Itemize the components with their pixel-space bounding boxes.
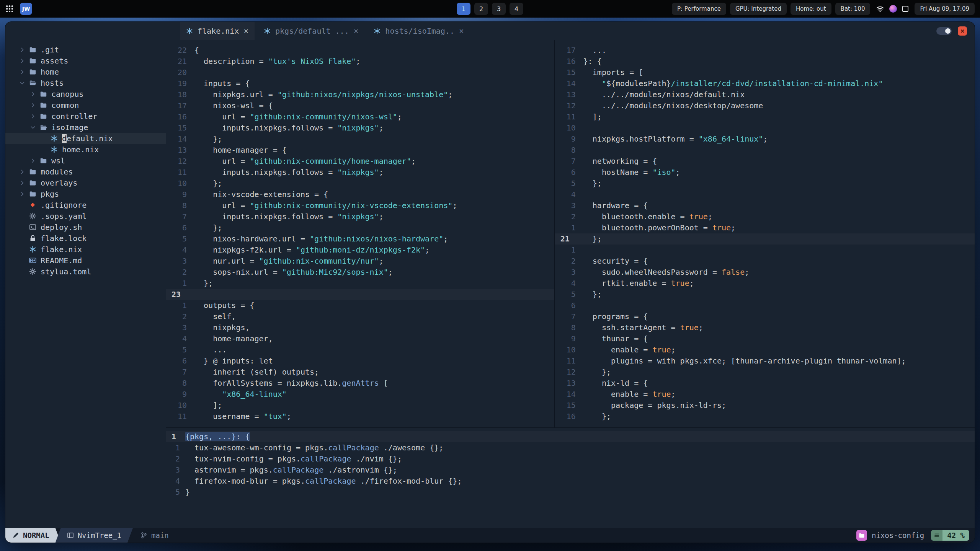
- code-line[interactable]: 8 forAllSystems = nixpkgs.lib.genAttrs [: [166, 378, 554, 389]
- window-outline-icon[interactable]: [902, 6, 908, 12]
- tree-item-overlays[interactable]: overlays: [5, 177, 166, 188]
- tab-close-icon[interactable]: ×: [243, 26, 248, 36]
- code-line[interactable]: 16 url = "github:nix-community/nixos-wsl…: [166, 111, 554, 122]
- chevron-down-icon[interactable]: [19, 80, 29, 86]
- titlebar-toggle[interactable]: [936, 27, 952, 35]
- code-line[interactable]: 8 url = "github:nix-community/nix-vscode…: [166, 200, 554, 211]
- code-line[interactable]: 15 package = pkgs.nix-ld-rs;: [555, 400, 975, 411]
- code-line[interactable]: 14 };: [166, 134, 554, 145]
- tree-item--gitignore[interactable]: .gitignore: [5, 199, 166, 210]
- editor-pkgs-default-nix[interactable]: 1{pkgs, ...}: {1 tux-awesome-wm-config =…: [166, 427, 975, 528]
- app-launcher-icon[interactable]: [5, 5, 14, 13]
- code-line[interactable]: 5 };: [555, 178, 975, 189]
- code-line[interactable]: 11 ];: [555, 111, 975, 122]
- code-line[interactable]: 12 };: [555, 367, 975, 378]
- code-line[interactable]: 8 ssh.startAgent = true;: [555, 322, 975, 333]
- code-line[interactable]: 9 "x86_64-linux": [166, 389, 554, 400]
- tree-item--git[interactable]: .git: [5, 44, 166, 55]
- tree-item--sops-yaml[interactable]: .sops.yaml: [5, 210, 166, 222]
- code-line[interactable]: 5 ...: [166, 344, 554, 355]
- chevron-right-icon[interactable]: [19, 47, 29, 53]
- code-line[interactable]: 2 tux-nvim-config = pkgs.callPackage ./n…: [166, 453, 975, 465]
- tree-item-common[interactable]: common: [5, 99, 166, 111]
- code-line[interactable]: 2 bluetooth.enable = true;: [555, 211, 975, 222]
- code-line[interactable]: 7 programs = {: [555, 311, 975, 322]
- code-line[interactable]: 2 sops-nix.url = "github:Mic92/sops-nix"…: [166, 267, 554, 278]
- chevron-right-icon[interactable]: [30, 113, 40, 119]
- code-line[interactable]: 1: [555, 245, 975, 256]
- code-line[interactable]: 1 tux-awesome-wm-config = pkgs.callPacka…: [166, 442, 975, 453]
- tree-item-canopus[interactable]: canopus: [5, 88, 166, 99]
- tab-hosts-isoimag-[interactable]: hosts/isoImag..×: [368, 22, 470, 40]
- code-line[interactable]: 3 nur.url = "github:nix-community/nur";: [166, 256, 554, 267]
- code-line[interactable]: 19 inputs = {: [166, 78, 554, 89]
- code-line[interactable]: 5 nixos-hardware.url = "github:nixos/nix…: [166, 233, 554, 245]
- chevron-right-icon[interactable]: [19, 58, 29, 64]
- tab-pkgs-default-[interactable]: pkgs/default ...×: [258, 22, 364, 40]
- launcher-logo[interactable]: JW: [20, 3, 32, 15]
- code-line[interactable]: 16 };: [555, 411, 975, 422]
- code-line[interactable]: 1 outputs = {: [166, 300, 554, 311]
- code-line[interactable]: 5}: [166, 487, 975, 498]
- chevron-right-icon[interactable]: [30, 102, 40, 108]
- code-line[interactable]: 18 nixpkgs.url = "github:nixos/nixpkgs/n…: [166, 89, 554, 100]
- workspace-button-1[interactable]: 1: [457, 3, 470, 15]
- code-line[interactable]: 7 networking = {: [555, 156, 975, 167]
- code-line[interactable]: 3 hardware = {: [555, 200, 975, 211]
- chevron-right-icon[interactable]: [30, 158, 40, 164]
- code-line[interactable]: 4 nixpkgs-f2k.url = "github:moni-dz/nixp…: [166, 245, 554, 256]
- window-close-button[interactable]: ×: [958, 26, 967, 36]
- code-line[interactable]: 7 inputs.nixpkgs.follows = "nixpkgs";: [166, 211, 554, 222]
- code-line[interactable]: 20: [166, 67, 554, 78]
- code-line[interactable]: 4 home-manager,: [166, 333, 554, 344]
- code-line[interactable]: 3 astronvim = pkgs.callPackage ./astronv…: [166, 465, 975, 476]
- code-line[interactable]: 6 hostName = "iso";: [555, 167, 975, 178]
- tree-item-deploy-sh[interactable]: deploy.sh: [5, 222, 166, 233]
- color-badge-icon[interactable]: [889, 5, 897, 13]
- code-line[interactable]: 10: [555, 122, 975, 134]
- code-line[interactable]: 3 sudo.wheelNeedsPassword = false;: [555, 267, 975, 278]
- tree-item-hosts[interactable]: hosts: [5, 77, 166, 88]
- tree-item-home-nix[interactable]: home.nix: [5, 144, 166, 155]
- code-line[interactable]: 9 thunar = {: [555, 333, 975, 344]
- code-line[interactable]: 2 security = {: [555, 256, 975, 267]
- tree-item-assets[interactable]: assets: [5, 55, 166, 66]
- workspace-button-2[interactable]: 2: [474, 3, 488, 15]
- code-line[interactable]: 14 "${modulesPath}/installer/cd-dvd/inst…: [555, 78, 975, 89]
- tree-item-isoimage[interactable]: isoImage: [5, 122, 166, 133]
- tree-item-stylua-toml[interactable]: stylua.toml: [5, 266, 166, 277]
- code-line[interactable]: 14 enable = true;: [555, 389, 975, 400]
- code-line[interactable]: 15 imports = [: [555, 67, 975, 78]
- code-line[interactable]: 21 };: [555, 233, 975, 245]
- tree-item-flake-nix[interactable]: flake.nix: [5, 244, 166, 255]
- tab-close-icon[interactable]: ×: [354, 26, 359, 36]
- code-line[interactable]: 22{: [166, 45, 554, 56]
- code-line[interactable]: 10 enable = true;: [555, 344, 975, 355]
- chevron-right-icon[interactable]: [19, 180, 29, 186]
- code-line[interactable]: 12 url = "github:nix-community/home-mana…: [166, 156, 554, 167]
- code-line[interactable]: 3 nixpkgs,: [166, 322, 554, 333]
- code-line[interactable]: 4 rtkit.enable = true;: [555, 278, 975, 289]
- code-line[interactable]: 11 username = "tux";: [166, 411, 554, 422]
- code-line[interactable]: 9 nixpkgs.hostPlatform = "x86_64-linux";: [555, 134, 975, 145]
- code-line[interactable]: 12 ../../modules/nixos/desktop/awesome: [555, 100, 975, 111]
- code-line[interactable]: 13 nix-ld = {: [555, 378, 975, 389]
- code-line[interactable]: 16}: {: [555, 56, 975, 67]
- chevron-down-icon[interactable]: [30, 124, 40, 130]
- chevron-right-icon[interactable]: [19, 169, 29, 175]
- code-line[interactable]: 21 description = "tux's NixOS Flake";: [166, 56, 554, 67]
- editor-flake-nix[interactable]: 22{21 description = "tux's NixOS Flake";…: [166, 40, 554, 427]
- code-line[interactable]: 4 firefox-mod-blur = pkgs.callPackage ./…: [166, 476, 975, 487]
- editor-iso-default-nix[interactable]: 17 ...16}: {15 imports = [14 "${modulesP…: [554, 40, 975, 427]
- code-line[interactable]: 23: [166, 289, 554, 300]
- code-line[interactable]: 9 nix-vscode-extensions = {: [166, 189, 554, 200]
- code-line[interactable]: 5 };: [555, 289, 975, 300]
- chevron-right-icon[interactable]: [19, 191, 29, 197]
- code-line[interactable]: 13 ../../modules/nixos/default.nix: [555, 89, 975, 100]
- code-line[interactable]: 17 nixos-wsl = {: [166, 100, 554, 111]
- workspace-button-4[interactable]: 4: [510, 3, 523, 15]
- chevron-right-icon[interactable]: [30, 91, 40, 97]
- tab-flake-nix[interactable]: flake.nix×: [180, 22, 255, 40]
- code-line[interactable]: 2 self,: [166, 311, 554, 322]
- tree-item-home[interactable]: home: [5, 66, 166, 77]
